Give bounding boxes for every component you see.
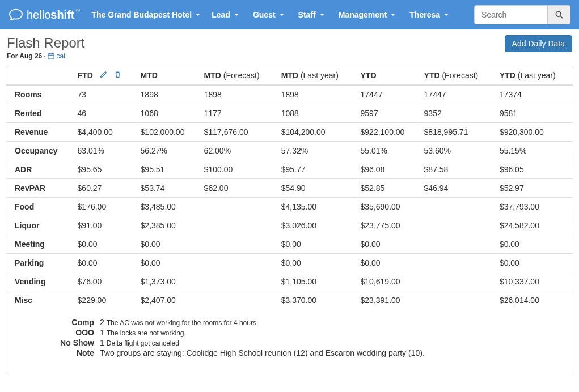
row-label: Revenue	[6, 123, 73, 142]
nav-lead[interactable]: Lead	[212, 10, 239, 19]
cell: 17374	[495, 85, 573, 104]
cell: $1,373.00	[136, 272, 200, 291]
cell: $0.00	[495, 254, 573, 272]
cell	[420, 216, 495, 235]
cell: $0.00	[277, 254, 356, 272]
search-button[interactable]	[548, 5, 570, 24]
table-row: ADR$95.65$95.51$100.00$95.77$96.08$87.58…	[6, 160, 573, 179]
cell: $24,582.00	[495, 216, 573, 235]
brand-logo[interactable]: helloshift™	[9, 8, 80, 22]
cell: 73	[73, 85, 136, 104]
search-icon	[555, 11, 563, 19]
row-label: ADR	[6, 160, 73, 179]
table-row: Liquor$91.00$2,385.00$3,026.00$23,775.00…	[6, 216, 573, 235]
cell: $23,391.00	[356, 291, 420, 310]
row-label: Vending	[6, 272, 73, 291]
cell: $3,370.00	[277, 291, 356, 310]
cell: $4,400.00	[73, 123, 136, 142]
row-label: Parking	[6, 254, 73, 272]
calendar-link[interactable]: cal	[48, 52, 65, 60]
cell: $0.00	[136, 254, 200, 272]
cell: 1898	[136, 85, 200, 104]
table-row: Rented46106811771088959793529581	[6, 104, 573, 123]
nav-management[interactable]: Management	[339, 10, 396, 19]
cell: $104,200.00	[277, 123, 356, 142]
cell	[420, 198, 495, 216]
cell: 63.01%	[73, 142, 136, 160]
cell: $60.27	[73, 179, 136, 198]
nav-user[interactable]: Theresa	[409, 10, 449, 19]
cell: $26,014.00	[495, 291, 573, 310]
calendar-icon	[48, 53, 54, 59]
navbar: helloshift™ The Grand Budapest Hotel Lea…	[0, 0, 579, 29]
cell: $0.00	[73, 254, 136, 272]
col-ytd-forecast: YTD (Forecast)	[420, 66, 495, 85]
row-label: Occupancy	[6, 142, 73, 160]
cell: $54.90	[277, 179, 356, 198]
cell	[200, 272, 277, 291]
cell: $176.00	[73, 198, 136, 216]
cell: $920,300.00	[495, 123, 573, 142]
col-ftd: FTD	[73, 66, 136, 85]
cell	[420, 291, 495, 310]
table-row: Occupancy63.01%56.27%62.00%57.32%55.01%5…	[6, 142, 573, 160]
cell: $95.77	[277, 160, 356, 179]
cell: $0.00	[495, 235, 573, 254]
svg-point-0	[556, 11, 561, 16]
notes-note: Note Two groups are staying: Coolidge Hi…	[12, 348, 567, 357]
svg-rect-2	[48, 54, 54, 59]
table-row: Rooms73189818981898174471744717374	[6, 85, 573, 104]
trash-icon	[114, 71, 121, 78]
row-label: Misc	[6, 291, 73, 310]
cell: $0.00	[136, 235, 200, 254]
cell: 9581	[495, 104, 573, 123]
caret-down-icon	[444, 14, 449, 16]
col-mtd-forecast: MTD (Forecast)	[200, 66, 277, 85]
pencil-icon	[100, 71, 107, 78]
flash-report-table: FTD MTD MTD (Forecast) MTD (Last year) Y…	[6, 66, 573, 309]
hotel-selector[interactable]: The Grand Budapest Hotel	[91, 10, 200, 19]
cell: $100.00	[200, 160, 277, 179]
cell	[200, 235, 277, 254]
caret-down-icon	[320, 14, 324, 16]
cell: $2,407.00	[136, 291, 200, 310]
caret-down-icon	[234, 14, 239, 16]
cell: 1068	[136, 104, 200, 123]
cell: $229.00	[73, 291, 136, 310]
cell	[420, 235, 495, 254]
cell: 17447	[420, 85, 495, 104]
cell: $1,105.00	[277, 272, 356, 291]
cell: 46	[73, 104, 136, 123]
row-label: Meeting	[6, 235, 73, 254]
table-row: Revenue$4,400.00$102,000.00$117,676.00$1…	[6, 123, 573, 142]
cell: $95.51	[136, 160, 200, 179]
add-daily-data-button[interactable]: Add Daily Data	[505, 35, 572, 52]
table-row: Parking$0.00$0.00$0.00$0.00$0.00	[6, 254, 573, 272]
nav-guest[interactable]: Guest	[253, 10, 284, 19]
cell: $96.08	[356, 160, 420, 179]
delete-button[interactable]	[114, 71, 121, 80]
cell	[420, 254, 495, 272]
row-label: Rented	[6, 104, 73, 123]
row-label: Rooms	[6, 85, 73, 104]
col-mtd: MTD	[136, 66, 200, 85]
cell	[200, 254, 277, 272]
page-title: Flash Report	[7, 35, 84, 51]
search-input[interactable]	[474, 5, 548, 24]
cell: 62.00%	[200, 142, 277, 160]
cell	[420, 272, 495, 291]
caret-down-icon	[391, 14, 395, 16]
cell	[200, 216, 277, 235]
cell: $46.94	[420, 179, 495, 198]
nav-staff[interactable]: Staff	[298, 10, 324, 19]
notes-noshow: No Show 1Delta flight got canceled	[12, 338, 567, 347]
cell: $37,793.00	[495, 198, 573, 216]
cell: 1177	[200, 104, 277, 123]
cell: 1898	[277, 85, 356, 104]
cell: $87.58	[420, 160, 495, 179]
speech-bubble-icon	[9, 8, 23, 21]
cell: $102,000.00	[136, 123, 200, 142]
edit-button[interactable]	[100, 71, 107, 80]
cell: $117,676.00	[200, 123, 277, 142]
cell: $922,100.00	[356, 123, 420, 142]
